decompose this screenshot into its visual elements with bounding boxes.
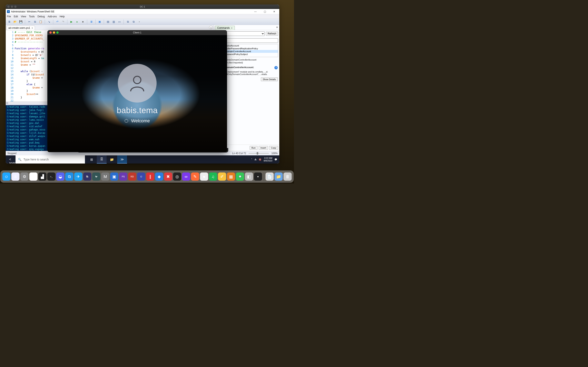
win-maximize-button[interactable]: ▢ [260, 9, 269, 14]
commands-tab-close-icon[interactable]: ✕ [231, 27, 233, 29]
ps-icon[interactable]: ▣ [97, 19, 102, 24]
insert-button[interactable]: Insert [259, 146, 268, 150]
menu-help[interactable]: Help [60, 15, 65, 18]
close-icon[interactable] [7, 6, 9, 8]
minimize-icon[interactable] [53, 31, 55, 34]
layout1-icon[interactable]: ▤ [105, 19, 111, 24]
zoom-slider[interactable] [249, 153, 269, 154]
dock-iterm-icon[interactable]: ▪ [254, 173, 262, 181]
dock-trash-icon[interactable]: 🗑 [284, 173, 292, 181]
zoom-icon[interactable] [56, 31, 59, 34]
taskbar-clock[interactable]: 3:22 AM 8/8/2023 [264, 157, 272, 162]
powershell-task-icon[interactable]: ≫ [117, 155, 127, 164]
windows-taskbar: < span> 🔍 Type here to search ⊞ 🗄 📁 ≫ ˄ … [6, 155, 279, 164]
server-manager-icon[interactable]: 🗄 [97, 155, 107, 164]
taskbar-search[interactable]: 🔍 Type here to search [16, 155, 85, 164]
dock-rider-icon[interactable]: RD [128, 173, 136, 181]
toolbar-opts-icon[interactable]: ▾ [137, 19, 142, 24]
redo-icon[interactable]: ↷ [61, 19, 66, 24]
ise-titlebar[interactable]: > Administrator: Windows PowerShell ISE … [6, 9, 279, 14]
dock-settings-icon[interactable]: ⚙ [20, 173, 29, 181]
dock-vscode-icon[interactable]: ⧉ [65, 173, 73, 181]
mac-dock: ☺①⚙◉▟>_◒⧉✈🐘🐿M▣PSRDIJ∥◆✖◎∞✎●♫✐▦💬◧▪📄📁🗑 [0, 170, 294, 183]
win-close-button[interactable]: ✕ [269, 9, 279, 14]
paste-icon[interactable]: 📋 [38, 19, 43, 24]
dock-phpstorm-icon[interactable]: PS [119, 173, 127, 181]
dock-figma-icon[interactable]: ▟ [38, 173, 47, 181]
dock-app5-icon[interactable]: ◧ [245, 173, 253, 181]
dock-obs-icon[interactable]: ◎ [173, 173, 181, 181]
dock-1password-icon[interactable]: ① [11, 173, 20, 181]
dock-app1-icon[interactable]: ▣ [110, 173, 118, 181]
dock-messages-icon[interactable]: 💬 [236, 173, 244, 181]
menu-edit[interactable]: Edit [14, 15, 18, 18]
tab-ad-create-users[interactable]: ad-create-users.ps1 ✕ [7, 26, 35, 30]
stop-icon[interactable]: ■ [80, 19, 85, 24]
show-cmd-icon[interactable]: ⧉ [125, 19, 130, 24]
tray-chevron-icon[interactable]: ˄ [251, 158, 252, 161]
network-icon[interactable]: 🖧 [254, 158, 257, 161]
menu-tools[interactable]: Tools [29, 15, 35, 18]
copy-icon[interactable]: ⧉ [33, 19, 37, 24]
commands-tab[interactable]: Commands ✕ [215, 26, 235, 30]
run-selection-icon[interactable]: ▸ [75, 19, 80, 24]
pane-close-icon[interactable]: ✕ [276, 26, 278, 29]
menu-file[interactable]: File [7, 15, 11, 18]
win-minimize-button[interactable]: — [251, 9, 260, 14]
dock-app2-icon[interactable]: ◆ [155, 173, 163, 181]
close-icon[interactable] [49, 31, 52, 34]
start-button[interactable]: < span> [6, 155, 16, 164]
remote-icon[interactable]: 🖥 [89, 19, 94, 24]
dock-mongodb-icon[interactable]: ● [200, 173, 208, 181]
client1-titlebar[interactable]: Client-1 [47, 30, 227, 35]
show-cmd2-icon[interactable]: ⧉ [131, 19, 136, 24]
clear-icon[interactable]: ↘ [47, 19, 52, 24]
undo-icon[interactable]: ↶ [55, 19, 60, 24]
show-details-button[interactable]: Show Details [261, 77, 278, 81]
action-center-icon[interactable]: 💬 [274, 158, 277, 161]
dock-discord-icon[interactable]: ◒ [56, 173, 65, 181]
save-icon[interactable]: 💾 [18, 19, 23, 24]
dock-mamp-icon[interactable]: M [101, 173, 109, 181]
dock-visualstudio-icon[interactable]: ∞ [182, 173, 190, 181]
minimize-icon[interactable] [11, 6, 13, 8]
dock-postman-icon[interactable]: ✎ [191, 173, 199, 181]
new-file-icon[interactable]: 🗎 [7, 19, 12, 24]
run-button[interactable]: Run [250, 146, 258, 150]
dock-intellij-icon[interactable]: IJ [137, 173, 145, 181]
dock-mail-icon[interactable]: ✈ [74, 173, 82, 181]
open-file-icon[interactable]: 📂 [13, 19, 17, 24]
dock-folder-icon[interactable]: 📁 [275, 173, 283, 181]
run-icon[interactable]: ▶ [69, 19, 74, 24]
menu-debug[interactable]: Debug [38, 15, 45, 18]
dock-app4-icon[interactable]: ▦ [227, 173, 235, 181]
cut-icon[interactable]: ✂ [27, 19, 32, 24]
client1-window: Client-1 babis.tema Welcome [47, 30, 227, 152]
explorer-icon[interactable]: 📁 [107, 155, 117, 164]
status-pos: Ln 43 Col 72 [232, 152, 246, 155]
editor-scroll-up-icon[interactable]: ▴ [209, 26, 213, 29]
dock-spotify-icon[interactable]: ♫ [209, 173, 217, 181]
dock-downloads-icon[interactable]: 📄 [266, 173, 274, 181]
copy-button[interactable]: Copy [269, 146, 278, 150]
layout3-icon[interactable]: ▭ [117, 19, 122, 24]
help-icon[interactable]: ? [274, 66, 278, 69]
dock-parallels-icon[interactable]: ∥ [146, 173, 154, 181]
tab-close-icon[interactable]: ✕ [31, 27, 33, 29]
dock-notes-icon[interactable]: ✐ [218, 173, 226, 181]
task-view-icon[interactable]: ⊞ [86, 155, 96, 164]
refresh-button[interactable]: Refresh [266, 32, 278, 36]
dock-postgres-icon[interactable]: 🐘 [83, 173, 91, 181]
dock-chrome-icon[interactable]: ◉ [29, 173, 38, 181]
ise-app-title: Administrator: Windows PowerShell ISE [11, 10, 54, 13]
zoom-icon[interactable] [14, 6, 17, 8]
menu-add-ons[interactable]: Add-ons [48, 15, 57, 18]
dock-finder-icon[interactable]: ☺ [2, 173, 11, 181]
dock-terminal-icon[interactable]: >_ [47, 173, 56, 181]
dc1-titlebar[interactable]: DC-1 [6, 4, 279, 9]
sound-icon[interactable]: 🔇 [259, 158, 261, 161]
dock-dbeaver-icon[interactable]: 🐿 [92, 173, 100, 181]
layout2-icon[interactable]: ▥ [111, 19, 116, 24]
menu-view[interactable]: View [21, 15, 26, 18]
dock-app3-icon[interactable]: ✖ [164, 173, 172, 181]
